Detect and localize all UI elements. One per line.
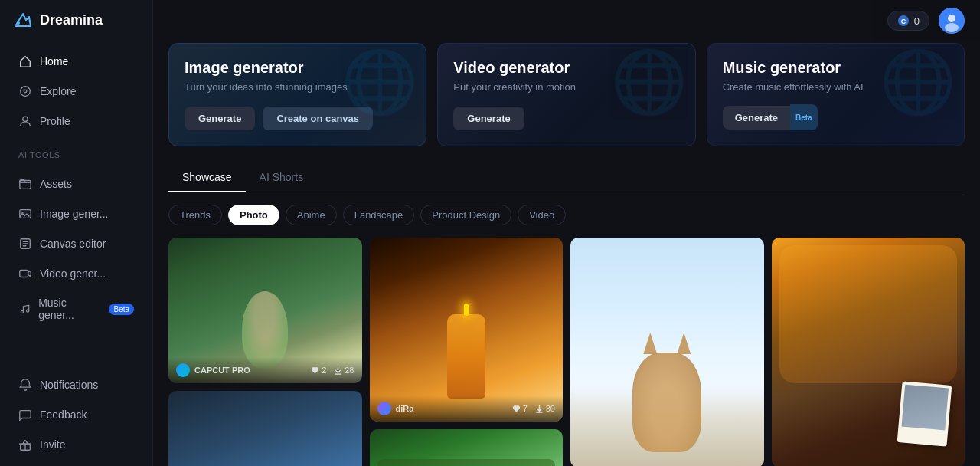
image-stats-2: 7 30 xyxy=(512,404,555,413)
video-generator-card: 🌐 Video generator Put your creativity in… xyxy=(437,43,695,146)
main-content: C 0 🌐 Image generator Turn your ideas in… xyxy=(153,0,980,466)
filter-product-design[interactable]: Product Design xyxy=(420,205,511,225)
home-icon xyxy=(18,54,32,68)
svg-text:C: C xyxy=(901,18,906,25)
image-grid: CAPCUT PRO 2 28 xyxy=(168,238,965,466)
music-gen-generate-button[interactable]: Generate xyxy=(723,106,790,130)
top-bar: C 0 xyxy=(872,0,980,41)
image-card-3[interactable] xyxy=(570,238,764,466)
image-icon xyxy=(18,207,32,221)
image-generator-card: 🌐 Image generator Turn your ideas into s… xyxy=(168,43,426,146)
image-overlay-1: CAPCUT PRO 2 28 xyxy=(168,357,362,383)
music-icon xyxy=(18,302,31,316)
svg-point-2 xyxy=(21,87,31,97)
image-user-1: CAPCUT PRO xyxy=(176,363,250,377)
tab-ai-shorts[interactable]: AI Shorts xyxy=(246,165,318,192)
logo[interactable]: Dreamina xyxy=(0,0,152,40)
svg-point-16 xyxy=(948,15,956,22)
image-col-1: CAPCUT PRO 2 28 xyxy=(168,238,362,466)
video-icon xyxy=(18,267,32,281)
svg-point-17 xyxy=(945,23,959,32)
credits-count: 0 xyxy=(914,15,920,27)
music-beta-badge: Beta xyxy=(109,304,134,315)
dreamina-logo-icon xyxy=(12,9,34,31)
downloads-2: 30 xyxy=(535,404,555,413)
image-card-2[interactable]: diRa 7 30 xyxy=(370,238,564,422)
image-stats-1: 2 28 xyxy=(311,366,354,375)
sidebar-item-image-gen[interactable]: Image gener... xyxy=(6,199,146,228)
filter-anime[interactable]: Anime xyxy=(286,205,337,225)
svg-point-3 xyxy=(24,90,27,93)
folder-icon xyxy=(18,177,32,191)
sidebar-item-invite[interactable]: Invite xyxy=(6,430,146,459)
sidebar-item-notifications[interactable]: Notifications xyxy=(6,370,146,399)
sidebar-item-profile[interactable]: Profile xyxy=(6,107,146,136)
image-username-1: CAPCUT PRO xyxy=(194,366,250,375)
main-nav: Home Explore Profile xyxy=(0,40,152,143)
generator-cards: 🌐 Image generator Turn your ideas into s… xyxy=(168,43,965,146)
sidebar-bottom: Notifications Feedback Invite xyxy=(0,369,152,466)
canvas-icon xyxy=(18,237,32,251)
showcase-tabs: Showcase AI Shorts xyxy=(168,165,965,192)
user-avatar[interactable] xyxy=(939,8,965,34)
svg-point-4 xyxy=(23,116,28,121)
image-user-2: diRa xyxy=(377,402,414,415)
image-col-2: diRa 7 30 xyxy=(370,238,564,466)
sidebar-item-feedback[interactable]: Feedback xyxy=(6,400,146,429)
image-overlay-2: diRa 7 30 xyxy=(370,395,564,422)
tab-showcase[interactable]: Showcase xyxy=(168,165,246,192)
dira-avatar xyxy=(377,402,391,415)
svg-point-10 xyxy=(21,310,23,313)
svg-rect-9 xyxy=(20,271,28,277)
image-card-4[interactable] xyxy=(772,238,965,466)
gift-icon xyxy=(18,438,32,451)
music-gen-beta-tag: Beta xyxy=(790,104,818,130)
image-gen-generate-button[interactable]: Generate xyxy=(185,107,255,130)
user-icon xyxy=(18,114,32,128)
svg-rect-5 xyxy=(20,181,31,189)
image-card-1[interactable]: CAPCUT PRO 2 28 xyxy=(168,238,362,383)
filter-landscape[interactable]: Landscape xyxy=(343,205,415,225)
download-icon-2 xyxy=(535,405,544,413)
sidebar-item-canvas[interactable]: Canvas editor xyxy=(6,229,146,258)
music-generator-card: 🌐 Music generator Create music effortles… xyxy=(707,43,965,146)
chat-icon xyxy=(18,408,32,422)
likes-1: 2 xyxy=(311,366,326,375)
sidebar-item-music-gen[interactable]: Music gener... Beta xyxy=(6,289,146,329)
sidebar: Dreamina Home Explore Profile AI tools A… xyxy=(0,0,153,466)
sidebar-item-home[interactable]: Home xyxy=(6,47,146,76)
heart-icon-2 xyxy=(512,405,521,413)
music-gen-beta-wrap: Generate Beta xyxy=(723,104,818,130)
heart-icon xyxy=(311,366,319,375)
app-name: Dreamina xyxy=(40,12,103,28)
avatar-image xyxy=(939,8,965,34)
credits-display: C 0 xyxy=(887,11,929,31)
download-icon xyxy=(334,366,342,375)
ai-tools-label: AI tools xyxy=(0,143,152,162)
image-card-6[interactable] xyxy=(370,429,564,466)
sidebar-item-video-gen[interactable]: Video gener... xyxy=(6,259,146,288)
image-col-4 xyxy=(772,238,965,466)
image-col-3 xyxy=(570,238,764,466)
image-card-5[interactable] xyxy=(168,391,362,466)
downloads-1: 28 xyxy=(334,366,354,375)
compass-icon xyxy=(18,84,32,98)
bell-icon xyxy=(18,378,32,392)
sidebar-item-explore[interactable]: Explore xyxy=(6,77,146,106)
sidebar-item-assets[interactable]: Assets xyxy=(6,169,146,199)
image-username-2: diRa xyxy=(396,404,414,413)
filter-video[interactable]: Video xyxy=(518,205,566,225)
filter-pills: Trends Photo Anime Landscape Product Des… xyxy=(168,205,965,225)
svg-point-11 xyxy=(27,310,29,312)
svg-point-1 xyxy=(17,21,20,25)
filter-photo[interactable]: Photo xyxy=(228,205,279,225)
coin-icon: C xyxy=(897,15,910,27)
filter-trends[interactable]: Trends xyxy=(168,205,222,225)
capcut-avatar xyxy=(176,363,190,377)
video-gen-generate-button[interactable]: Generate xyxy=(453,107,524,130)
tools-nav: Assets Image gener... Canvas editor Vide… xyxy=(0,162,152,336)
likes-2: 7 xyxy=(512,404,528,413)
